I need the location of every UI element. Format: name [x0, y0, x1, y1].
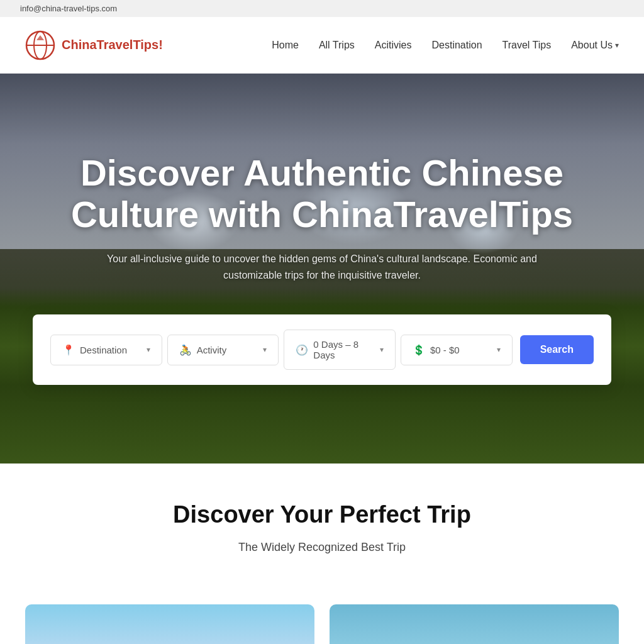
- search-row: 📍 Destination ▾ 🚴 Activity ▾ 🕐 0 Days – …: [50, 330, 594, 370]
- trip-cards-row: [0, 604, 644, 644]
- nav-activities[interactable]: Acitivies: [375, 40, 412, 51]
- discover-section: Discover Your Perfect Trip The Widely Re…: [0, 464, 644, 604]
- nav-travel-tips[interactable]: Travel Tips: [502, 40, 552, 51]
- destination-chevron-icon: ▾: [147, 345, 150, 354]
- destination-icon: 📍: [62, 344, 75, 356]
- duration-label: 0 Days – 8 Days: [313, 339, 375, 360]
- contact-email: info@china-travel-tips.com: [20, 4, 117, 13]
- header: ChinaTravelTips! Home All Trips Acitivie…: [0, 17, 644, 74]
- price-chevron-icon: ▾: [497, 345, 501, 354]
- nav-destination[interactable]: Destination: [431, 40, 482, 51]
- logo-icon: [25, 30, 55, 60]
- trip-card-left[interactable]: [25, 604, 314, 644]
- hero-section: Discover Authentic Chinese Culture with …: [0, 74, 644, 464]
- duration-icon: 🕐: [296, 344, 308, 356]
- svg-marker-3: [36, 35, 44, 40]
- discover-subtitle: The Widely Recognized Best Trip: [25, 541, 619, 554]
- activity-icon: 🚴: [179, 344, 192, 356]
- discover-title: Discover Your Perfect Trip: [25, 501, 619, 528]
- search-button[interactable]: Search: [520, 335, 594, 364]
- activity-field[interactable]: 🚴 Activity ▾: [167, 335, 279, 365]
- price-icon: 💲: [413, 344, 425, 356]
- logo-text: ChinaTravelTips!: [62, 38, 163, 52]
- duration-chevron-icon: ▾: [380, 345, 384, 354]
- main-nav: Home All Trips Acitivies Destination Tra…: [272, 40, 619, 51]
- hero-content: Discover Authentic Chinese Culture with …: [0, 152, 644, 284]
- chevron-down-icon: ▾: [615, 41, 619, 50]
- hero-subtitle: Your all-inclusive guide to uncover the …: [102, 251, 542, 283]
- trip-card-right[interactable]: [330, 604, 619, 644]
- hero-title: Discover Authentic Chinese Culture with …: [38, 152, 606, 236]
- price-field[interactable]: 💲 $0 - $0 ▾: [401, 335, 513, 365]
- logo[interactable]: ChinaTravelTips!: [25, 30, 163, 60]
- activity-label: Activity: [197, 345, 258, 355]
- destination-field[interactable]: 📍 Destination ▾: [50, 335, 162, 365]
- nav-home[interactable]: Home: [272, 40, 299, 51]
- search-container: 📍 Destination ▾ 🚴 Activity ▾ 🕐 0 Days – …: [33, 314, 611, 385]
- duration-field[interactable]: 🕐 0 Days – 8 Days ▾: [284, 330, 396, 370]
- top-bar: info@china-travel-tips.com: [0, 0, 644, 17]
- nav-about-us[interactable]: About Us ▾: [571, 40, 619, 51]
- nav-all-trips[interactable]: All Trips: [319, 40, 355, 51]
- activity-chevron-icon: ▾: [263, 345, 267, 354]
- price-label: $0 - $0: [430, 345, 492, 355]
- destination-label: Destination: [80, 345, 142, 355]
